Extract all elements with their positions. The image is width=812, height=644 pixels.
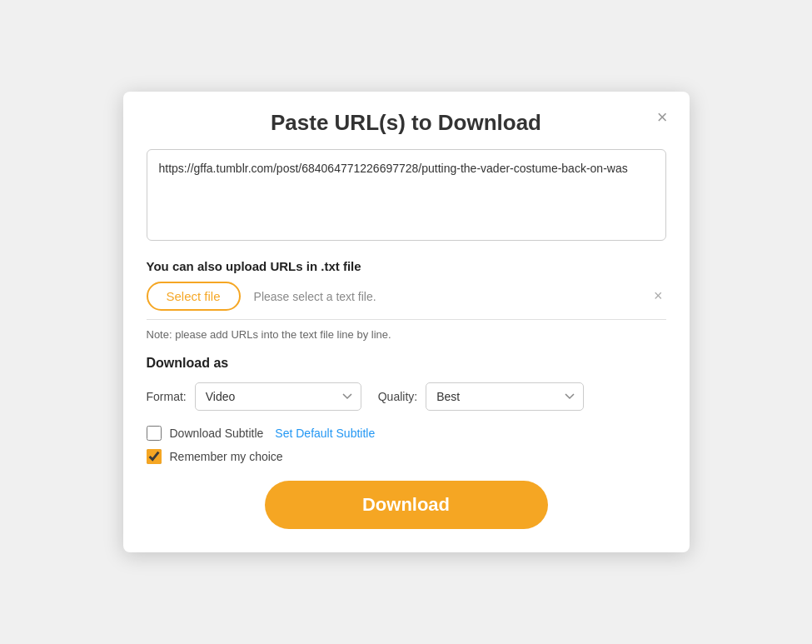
download-as-label: Download as bbox=[147, 356, 666, 371]
remember-checkbox[interactable] bbox=[147, 449, 162, 464]
quality-select[interactable]: Best High Medium Low bbox=[426, 382, 584, 411]
remember-checkbox-label: Remember my choice bbox=[170, 450, 283, 463]
set-default-subtitle-link[interactable]: Set Default Subtitle bbox=[275, 427, 375, 440]
file-placeholder-text: Please select a text file. bbox=[254, 290, 637, 303]
txt-upload-label: You can also upload URLs in .txt file bbox=[147, 259, 666, 273]
remember-row: Remember my choice bbox=[147, 449, 666, 464]
subtitle-checkbox[interactable] bbox=[147, 426, 162, 441]
file-clear-button[interactable]: × bbox=[650, 287, 666, 305]
dialog-body: You can also upload URLs in .txt file Se… bbox=[123, 149, 690, 552]
subtitle-row: Download Subtitle Set Default Subtitle bbox=[147, 426, 666, 441]
file-row: Select file Please select a text file. × bbox=[147, 282, 666, 320]
format-quality-row: Format: Video Audio Image Quality: Best … bbox=[147, 382, 666, 411]
format-group: Format: Video Audio Image bbox=[147, 382, 361, 411]
select-file-button[interactable]: Select file bbox=[147, 282, 241, 311]
quality-group: Quality: Best High Medium Low bbox=[378, 382, 584, 411]
paste-url-dialog: Paste URL(s) to Download × You can also … bbox=[123, 92, 690, 552]
format-label: Format: bbox=[147, 390, 187, 403]
download-button[interactable]: Download bbox=[265, 481, 548, 529]
quality-label: Quality: bbox=[378, 390, 417, 403]
note-text: Note: please add URLs into the text file… bbox=[147, 328, 666, 341]
subtitle-checkbox-label: Download Subtitle bbox=[170, 427, 264, 440]
url-textarea[interactable] bbox=[147, 149, 666, 241]
format-select[interactable]: Video Audio Image bbox=[195, 382, 361, 411]
dialog-title: Paste URL(s) to Download bbox=[271, 110, 541, 136]
dialog-header: Paste URL(s) to Download × bbox=[123, 92, 690, 149]
close-button[interactable]: × bbox=[652, 107, 673, 128]
